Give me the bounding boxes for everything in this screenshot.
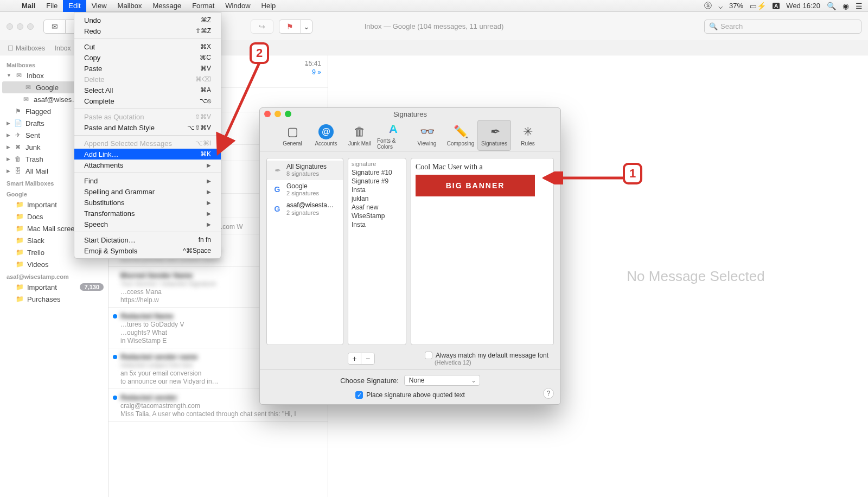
menu-file[interactable]: File bbox=[41, 0, 63, 12]
menu-help[interactable]: Help bbox=[256, 0, 282, 12]
folder-icon: 📁 bbox=[15, 224, 24, 233]
menu-shortcut: ⌥⎋ bbox=[200, 97, 211, 105]
tab-signatures[interactable]: ✒︎Signatures bbox=[477, 120, 511, 151]
menu-message[interactable]: Message bbox=[147, 0, 187, 12]
edit-menu-item[interactable]: Find▶ bbox=[74, 175, 221, 186]
signatures-list[interactable]: signature Signature #10 Signature #9 Ins… bbox=[348, 158, 406, 345]
signature-item[interactable]: Insta bbox=[352, 220, 403, 229]
menu-format[interactable]: Format bbox=[187, 0, 220, 12]
zoom-dot[interactable] bbox=[27, 23, 34, 30]
signature-item[interactable]: Asaf new bbox=[352, 203, 403, 212]
trash-icon: 🗑 bbox=[14, 155, 22, 163]
always-match-checkbox[interactable]: Always match my default message font bbox=[425, 352, 548, 359]
menu-item-label: Complete bbox=[84, 97, 114, 105]
junk-icon: 🗑 bbox=[352, 124, 368, 139]
tab-junkmail[interactable]: 🗑Junk Mail bbox=[343, 120, 376, 151]
edit-menu-item[interactable]: Attachments▶ bbox=[74, 160, 221, 170]
tab-general[interactable]: ▢General bbox=[276, 120, 309, 151]
signature-item[interactable]: WiseStamp bbox=[352, 212, 403, 220]
edit-menu-item[interactable]: Redo⇧⌘Z bbox=[74, 26, 221, 36]
edit-menu-item[interactable]: Paste and Match Style⌥⇧⌘V bbox=[74, 122, 221, 133]
preview-text[interactable]: Cool Mac User with a bbox=[416, 163, 549, 171]
remove-signature-button[interactable]: − bbox=[361, 353, 374, 364]
min-dot[interactable] bbox=[17, 23, 23, 30]
battery-text: 37% bbox=[729, 2, 743, 10]
edit-menu-item[interactable]: Paste⌘V bbox=[74, 63, 221, 74]
big-banner[interactable]: BIG BANNER bbox=[416, 175, 535, 196]
add-signature-button[interactable]: + bbox=[348, 353, 361, 364]
search-icon: 🔍 bbox=[709, 22, 718, 30]
tab-composing[interactable]: ✏️Composing bbox=[444, 120, 477, 151]
flag-menu-button[interactable]: ⌄ bbox=[301, 20, 312, 33]
zoom-button[interactable] bbox=[285, 111, 291, 117]
battery-icon[interactable]: ▭⚡ bbox=[750, 2, 766, 10]
edit-menu-item[interactable]: Copy⌘C bbox=[74, 52, 221, 63]
reply-group: ↪ bbox=[251, 20, 273, 34]
edit-menu-item[interactable]: Add Link…⌘K bbox=[74, 149, 221, 160]
window-controls[interactable] bbox=[7, 23, 34, 30]
traffic-lights[interactable] bbox=[264, 111, 291, 117]
edit-menu-item[interactable]: Select All⌘A bbox=[74, 85, 221, 95]
edit-menu-item[interactable]: Speech▶ bbox=[74, 219, 221, 230]
help-button[interactable]: ? bbox=[543, 388, 554, 399]
menu-window[interactable]: Window bbox=[220, 0, 256, 12]
signature-item[interactable]: Insta bbox=[352, 186, 403, 194]
place-above-checkbox[interactable]: ✓Place signature above quoted text bbox=[355, 391, 464, 399]
edit-menu-item[interactable]: Emoji & Symbols^⌘Space bbox=[74, 245, 221, 256]
mailboxes-toggle[interactable]: ☐Mailboxes bbox=[8, 44, 45, 52]
input-source[interactable]: A bbox=[773, 3, 780, 9]
minimize-button[interactable] bbox=[275, 111, 281, 117]
wifi-icon[interactable]: ⌵ bbox=[718, 2, 723, 10]
signatures-icon: ✒︎ bbox=[486, 124, 502, 139]
account-asaf[interactable]: Gasaf@wisesta…2 signatures bbox=[267, 199, 343, 219]
forward-button[interactable]: ↪ bbox=[251, 20, 273, 33]
signature-item[interactable]: Signature #9 bbox=[352, 177, 403, 186]
account-all[interactable]: ✒︎All Signatures8 signatures bbox=[267, 161, 343, 180]
flag-button[interactable]: ⚑ bbox=[279, 20, 301, 33]
signature-preview[interactable]: Cool Mac User with a BIG BANNER bbox=[411, 158, 554, 345]
menu-edit[interactable]: Edit bbox=[63, 0, 86, 12]
inbox-favorite[interactable]: Inbox bbox=[55, 44, 71, 52]
menu-item-label: Cut bbox=[84, 43, 95, 51]
close-dot[interactable] bbox=[7, 23, 13, 30]
notification-center-icon[interactable]: ☰ bbox=[856, 2, 863, 10]
siri-icon[interactable]: ◉ bbox=[843, 2, 849, 10]
edit-menu-item[interactable]: Spelling and Grammar▶ bbox=[74, 186, 221, 197]
edit-menu-item[interactable]: Transformations▶ bbox=[74, 208, 221, 219]
menu-item-label: Paste as Quotation bbox=[84, 113, 144, 121]
preferences-tabs: ▢General @Accounts 🗑Junk Mail AFonts & C… bbox=[260, 120, 560, 151]
choose-signature-select[interactable]: None bbox=[404, 375, 480, 386]
tab-accounts[interactable]: @Accounts bbox=[309, 120, 343, 151]
menubar-left: Mail File Edit View Mailbox Message Form… bbox=[5, 0, 281, 12]
edit-menu-item[interactable]: Substitutions▶ bbox=[74, 197, 221, 208]
edit-menu-item[interactable]: Complete⌥⎋ bbox=[74, 95, 221, 106]
edit-menu-item[interactable]: Start Dictation…fn fn bbox=[74, 234, 221, 245]
flag-icon: ⚑ bbox=[14, 107, 22, 116]
tab-viewing[interactable]: 👓Viewing bbox=[410, 120, 444, 151]
menu-view[interactable]: View bbox=[86, 0, 112, 12]
menu-item-label: Copy bbox=[84, 54, 100, 62]
menu-mailbox[interactable]: Mailbox bbox=[112, 0, 148, 12]
edit-menu-item[interactable]: Cut⌘X bbox=[74, 41, 221, 52]
accounts-list[interactable]: ✒︎All Signatures8 signatures GGoogle2 si… bbox=[266, 158, 343, 345]
menu-item-label: Paste and Match Style bbox=[84, 124, 155, 132]
tab-fonts[interactable]: AFonts & Colors bbox=[376, 120, 410, 151]
tab-rules[interactable]: ✳︎Rules bbox=[511, 120, 545, 151]
signature-item[interactable]: Signature #10 bbox=[352, 168, 403, 177]
spotlight-icon[interactable]: 🔍 bbox=[827, 2, 836, 10]
get-mail-button[interactable]: ✉ bbox=[44, 20, 66, 33]
sidebar-videos[interactable]: 📁Videos bbox=[0, 258, 108, 270]
sidebar-purchases[interactable]: 📁Purchases bbox=[0, 293, 108, 305]
svg-line-0 bbox=[219, 63, 259, 151]
skype-icon[interactable]: ⓢ bbox=[704, 1, 712, 11]
submenu-arrow-icon: ▶ bbox=[207, 162, 211, 168]
search-field[interactable]: 🔍 Search bbox=[704, 20, 861, 34]
app-name[interactable]: Mail bbox=[16, 2, 41, 10]
edit-menu-item[interactable]: Undo⌘Z bbox=[74, 15, 221, 26]
folder-icon: 📁 bbox=[15, 260, 24, 269]
submenu-arrow-icon: ▶ bbox=[207, 211, 211, 216]
clock[interactable]: Wed 16:20 bbox=[786, 2, 820, 10]
sidebar-important2[interactable]: 📁Important7,130 bbox=[0, 281, 108, 293]
account-google[interactable]: GGoogle2 signatures bbox=[267, 180, 343, 200]
signature-item[interactable]: juklan bbox=[352, 194, 403, 203]
